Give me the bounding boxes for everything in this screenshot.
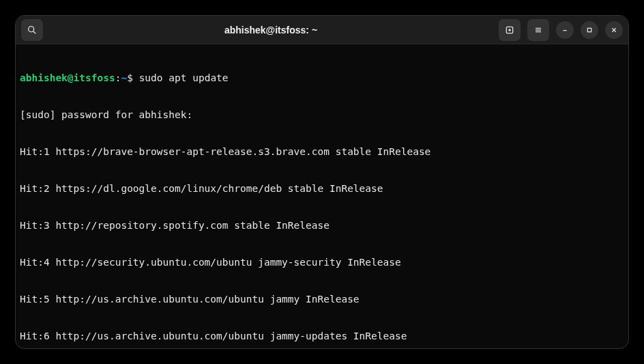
new-tab-icon	[504, 25, 515, 36]
window-title: abhishek@itsfoss: ~	[43, 25, 499, 36]
output-line: Hit:5 http://us.archive.ubuntu.com/ubunt…	[20, 293, 624, 305]
prompt-line: abhishek@itsfoss:~$ sudo apt update	[20, 72, 624, 84]
output-line: [sudo] password for abhishek:	[20, 109, 624, 121]
prompt-path: ~	[121, 72, 127, 83]
command-text: sudo apt update	[139, 72, 229, 83]
output-line: Hit:6 http://us.archive.ubuntu.com/ubunt…	[20, 330, 624, 342]
search-icon	[27, 25, 38, 36]
svg-line-1	[33, 31, 36, 33]
output-line: Hit:1 https://brave-browser-apt-release.…	[20, 145, 624, 158]
svg-rect-9	[587, 28, 591, 31]
output-line: Hit:3 http://repository.spotify.com stab…	[20, 219, 624, 232]
prompt-dollar: $	[127, 72, 138, 83]
search-button[interactable]	[21, 19, 43, 41]
maximize-button[interactable]	[581, 21, 598, 39]
maximize-icon	[584, 25, 595, 36]
terminal-window: abhishek@itsfoss: ~ abhishek@itsfoss:~$ …	[15, 15, 629, 349]
close-button[interactable]	[605, 21, 623, 39]
hamburger-icon	[533, 25, 544, 36]
menu-button[interactable]	[527, 19, 549, 41]
minimize-button[interactable]	[556, 21, 574, 39]
svg-point-0	[29, 26, 34, 31]
close-icon	[609, 25, 619, 36]
new-tab-button[interactable]	[499, 19, 521, 41]
minimize-icon	[559, 25, 570, 36]
prompt-user: abhishek@itsfoss	[20, 72, 115, 83]
output-line: Hit:4 http://security.ubuntu.com/ubuntu …	[20, 256, 624, 268]
titlebar: abhishek@itsfoss: ~	[16, 16, 628, 44]
terminal-body[interactable]: abhishek@itsfoss:~$ sudo apt update [sud…	[16, 44, 628, 349]
output-line: Hit:2 https://dl.google.com/linux/chrome…	[20, 182, 624, 195]
